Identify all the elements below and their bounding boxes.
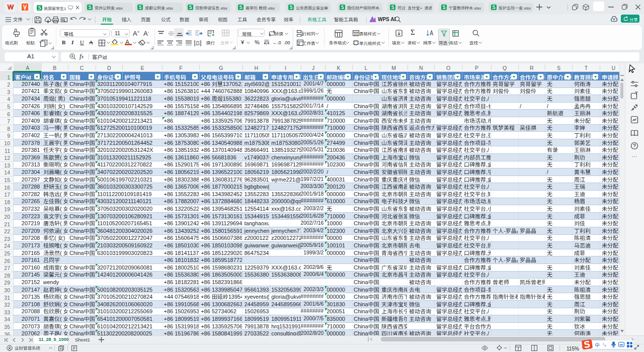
svg-text:.xlsx: .xlsx bbox=[267, 6, 275, 10]
svg-text:id: id bbox=[103, 54, 107, 60]
svg-text:_: _ bbox=[405, 6, 408, 10]
svg-text:.xl: .xl bbox=[379, 6, 380, 10]
svg-text:1: 1 bbox=[64, 7, 66, 11]
svg-text:.xlsx: .xlsx bbox=[165, 6, 173, 10]
svg-text:15538019322: 15538019322 bbox=[223, 96, 242, 102]
svg-text:+86: +86 bbox=[201, 81, 210, 87]
svg-text:+_: +_ bbox=[420, 6, 425, 10]
svg-text:.xlsx: .xlsx bbox=[473, 6, 481, 10]
svg-text:+86: +86 bbox=[201, 294, 210, 300]
svg-text:13705221869: 13705221869 bbox=[223, 81, 242, 87]
svg-text:.xlsx: .xlsx bbox=[115, 6, 123, 10]
svg-text:+86: +86 bbox=[201, 96, 210, 102]
svg-text:13954178322: 13954178322 bbox=[228, 294, 242, 300]
svg-text:.xlsx: .xlsx bbox=[523, 6, 531, 10]
svg-text:.xlsx: .xlsx bbox=[219, 6, 227, 10]
